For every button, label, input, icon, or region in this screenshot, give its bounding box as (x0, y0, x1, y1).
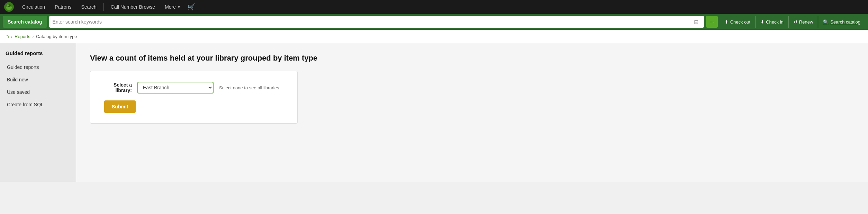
arrow-right-icon: → (709, 18, 715, 26)
checkin-button[interactable]: ⬇ Check in (755, 16, 788, 28)
breadcrumb-sep-1: › (11, 34, 12, 39)
sidebar-item-build-new[interactable]: Build new (0, 73, 76, 86)
nav-search[interactable]: Search (77, 2, 100, 12)
search-catalog-toolbar-button[interactable]: 🔍 Search catalog (818, 16, 865, 28)
search-input-wrapper: ⊟ (49, 16, 704, 28)
toolbar-actions: ⬆ Check out ⬇ Check in ↺ Renew 🔍 Search … (720, 16, 865, 28)
search-catalog-icon: 🔍 (823, 19, 829, 25)
page-title: View a count of items held at your libra… (90, 54, 854, 63)
filter-icon[interactable]: ⊟ (694, 19, 698, 25)
breadcrumb-current: Catalog by item type (36, 34, 77, 39)
breadcrumb: ⌂ › Reports › Catalog by item type (0, 30, 868, 43)
renew-icon: ↺ (794, 19, 797, 25)
library-form-row: Select a library: East Branch Main Branc… (104, 82, 283, 93)
library-label: Select a library: (104, 82, 132, 93)
more-chevron-icon: ▼ (177, 5, 181, 9)
app-logo[interactable] (4, 2, 14, 12)
nav-circulation[interactable]: Circulation (18, 2, 49, 12)
top-nav: Circulation Patrons Search Call Number B… (0, 0, 868, 14)
search-input[interactable] (53, 19, 694, 25)
checkout-button[interactable]: ⬆ Check out (720, 16, 756, 28)
checkout-icon: ⬆ (725, 19, 729, 25)
nav-more[interactable]: More ▼ (161, 2, 185, 12)
breadcrumb-sep-2: › (33, 34, 34, 39)
search-go-button[interactable]: → (706, 16, 718, 28)
renew-button[interactable]: ↺ Renew (788, 16, 818, 28)
nav-call-number-browse[interactable]: Call Number Browse (107, 2, 159, 12)
sidebar-heading: Guided reports (0, 50, 76, 61)
nav-divider (103, 3, 104, 11)
sidebar-item-create-from-sql[interactable]: Create from SQL (0, 98, 76, 111)
main-area: Guided reports Guided reports Build new … (0, 43, 868, 182)
checkin-icon: ⬇ (760, 19, 764, 25)
cart-icon[interactable]: 🛒 (188, 3, 195, 11)
search-bar-row: Search catalog ⊟ → ⬆ Check out ⬇ Check i… (0, 14, 868, 30)
library-hint: Select none to see all libraries (219, 85, 279, 90)
svg-point-3 (7, 5, 9, 6)
sidebar-item-use-saved[interactable]: Use saved (0, 86, 76, 98)
breadcrumb-reports-link[interactable]: Reports (15, 34, 30, 39)
nav-patrons[interactable]: Patrons (51, 2, 75, 12)
sidebar: Guided reports Guided reports Build new … (0, 43, 76, 182)
sidebar-item-guided-reports[interactable]: Guided reports (0, 61, 76, 73)
library-select[interactable]: East Branch Main Branch West Branch (137, 82, 214, 93)
form-card: Select a library: East Branch Main Branc… (90, 71, 298, 124)
submit-button[interactable]: Submit (104, 100, 136, 113)
main-content: View a count of items held at your libra… (76, 43, 868, 182)
search-catalog-button[interactable]: Search catalog (3, 16, 47, 28)
breadcrumb-home-icon[interactable]: ⌂ (6, 33, 9, 39)
